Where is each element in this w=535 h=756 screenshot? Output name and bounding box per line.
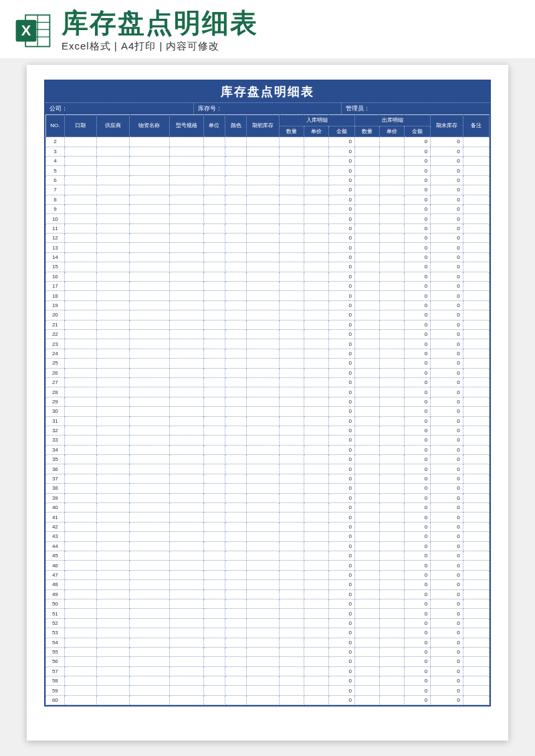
cell[interactable] <box>304 233 328 243</box>
cell[interactable] <box>203 214 225 223</box>
cell[interactable]: 0 <box>404 416 430 426</box>
cell[interactable]: 0 <box>404 512 430 522</box>
cell[interactable]: 34 <box>46 445 65 454</box>
cell[interactable] <box>354 532 379 541</box>
cell[interactable]: 0 <box>431 464 463 474</box>
cell[interactable] <box>64 252 97 262</box>
cell[interactable] <box>354 166 379 175</box>
cell[interactable]: 0 <box>431 300 463 310</box>
cell[interactable] <box>225 676 246 686</box>
cell[interactable] <box>279 272 304 281</box>
cell[interactable]: 0 <box>328 185 354 195</box>
cell[interactable]: 0 <box>404 349 430 358</box>
cell[interactable] <box>354 185 379 195</box>
cell[interactable] <box>463 204 489 213</box>
cell[interactable]: 13 <box>46 243 65 252</box>
cell[interactable]: 0 <box>404 291 430 300</box>
cell[interactable] <box>129 512 169 522</box>
cell[interactable]: 0 <box>431 368 463 377</box>
cell[interactable] <box>129 484 169 493</box>
cell[interactable] <box>354 368 379 377</box>
cell[interactable]: 0 <box>431 676 463 686</box>
cell[interactable]: 0 <box>431 589 463 599</box>
cell[interactable]: 0 <box>328 377 354 387</box>
cell[interactable] <box>247 618 280 628</box>
cell[interactable] <box>247 551 280 560</box>
cell[interactable] <box>225 156 246 165</box>
cell[interactable]: 54 <box>46 638 65 647</box>
cell[interactable]: 0 <box>328 310 354 320</box>
cell[interactable]: 0 <box>431 666 463 676</box>
cell[interactable] <box>169 204 203 213</box>
cell[interactable]: 0 <box>431 349 463 358</box>
cell[interactable] <box>304 166 328 175</box>
cell[interactable] <box>463 686 489 695</box>
cell[interactable]: 0 <box>328 416 354 426</box>
cell[interactable] <box>203 147 225 156</box>
cell[interactable]: 0 <box>328 368 354 377</box>
cell[interactable] <box>97 137 130 147</box>
cell[interactable] <box>169 657 203 666</box>
cell[interactable] <box>129 397 169 406</box>
cell[interactable] <box>64 137 97 147</box>
cell[interactable] <box>463 638 489 647</box>
cell[interactable] <box>279 618 304 628</box>
cell[interactable]: 0 <box>404 493 430 502</box>
cell[interactable] <box>247 243 280 252</box>
cell[interactable] <box>304 339 328 349</box>
cell[interactable] <box>225 300 246 310</box>
cell[interactable] <box>379 512 404 522</box>
cell[interactable] <box>247 599 280 608</box>
cell[interactable] <box>203 320 225 329</box>
cell[interactable] <box>225 474 246 483</box>
cell[interactable] <box>379 166 404 175</box>
cell[interactable] <box>225 147 246 156</box>
cell[interactable] <box>169 359 203 368</box>
cell[interactable] <box>354 589 379 599</box>
cell[interactable] <box>129 647 169 656</box>
cell[interactable]: 0 <box>404 339 430 349</box>
cell[interactable] <box>463 609 489 618</box>
cell[interactable]: 0 <box>431 609 463 618</box>
cell[interactable]: 0 <box>404 330 430 339</box>
cell[interactable] <box>64 330 97 339</box>
cell[interactable]: 0 <box>404 282 430 291</box>
cell[interactable] <box>169 551 203 560</box>
cell[interactable]: 0 <box>431 541 463 551</box>
cell[interactable] <box>129 320 169 329</box>
cell[interactable] <box>279 214 304 223</box>
cell[interactable]: 45 <box>46 551 65 560</box>
cell[interactable] <box>379 561 404 570</box>
cell[interactable] <box>463 252 489 262</box>
cell[interactable]: 0 <box>328 175 354 185</box>
cell[interactable] <box>463 657 489 666</box>
cell[interactable]: 0 <box>431 407 463 416</box>
cell[interactable] <box>463 589 489 599</box>
cell[interactable] <box>354 416 379 426</box>
cell[interactable] <box>169 272 203 281</box>
cell[interactable] <box>304 349 328 358</box>
cell[interactable]: 0 <box>328 484 354 493</box>
cell[interactable] <box>247 330 280 339</box>
cell[interactable] <box>463 551 489 560</box>
cell[interactable] <box>129 195 169 204</box>
cell[interactable] <box>379 609 404 618</box>
cell[interactable] <box>354 339 379 349</box>
cell[interactable]: 23 <box>46 339 65 349</box>
cell[interactable]: 0 <box>328 262 354 272</box>
cell[interactable] <box>379 147 404 156</box>
cell[interactable]: 0 <box>431 599 463 608</box>
cell[interactable]: 0 <box>328 166 354 175</box>
cell[interactable]: 0 <box>404 647 430 656</box>
cell[interactable] <box>203 455 225 464</box>
cell[interactable] <box>225 599 246 608</box>
cell[interactable] <box>129 676 169 686</box>
cell[interactable] <box>203 272 225 281</box>
cell[interactable] <box>379 300 404 310</box>
cell[interactable] <box>64 426 97 435</box>
cell[interactable]: 0 <box>404 147 430 156</box>
cell[interactable] <box>247 368 280 377</box>
cell[interactable]: 0 <box>404 185 430 195</box>
cell[interactable] <box>354 484 379 493</box>
cell[interactable]: 36 <box>46 464 65 474</box>
